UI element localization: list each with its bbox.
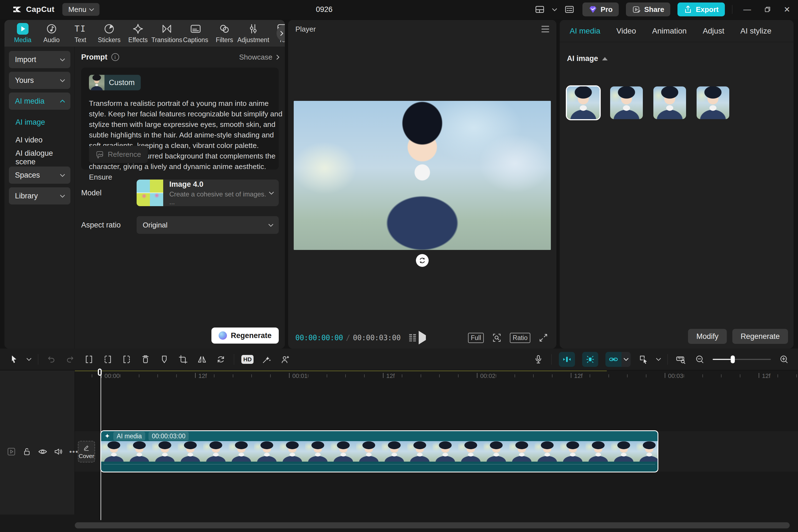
eye-icon[interactable] — [38, 446, 48, 457]
full-quality-button[interactable]: Full — [468, 333, 484, 343]
fullscreen-button[interactable] — [537, 332, 549, 344]
crop-button[interactable] — [177, 354, 189, 365]
result-thumbnail-3[interactable] — [653, 87, 686, 119]
redo-button[interactable] — [64, 354, 76, 365]
cover-button[interactable]: Cover — [78, 441, 95, 462]
project-title: 0926 — [316, 0, 332, 19]
sidebar-item-spaces[interactable]: Spaces — [9, 167, 70, 184]
showcase-link[interactable]: Showcase — [239, 53, 279, 61]
auto-snap-toggle[interactable] — [559, 352, 575, 367]
split-button[interactable] — [83, 354, 95, 365]
menu-button[interactable]: Menu — [62, 3, 99, 16]
delete-button[interactable] — [140, 354, 151, 365]
tab-captions[interactable]: Captions — [181, 23, 210, 44]
panel-notes-icon[interactable] — [564, 4, 575, 15]
preview-axis-toggle[interactable] — [582, 352, 598, 367]
tab-adjustment[interactable]: Adjustment — [239, 23, 268, 44]
result-thumbnail-4[interactable] — [697, 87, 729, 119]
enhance-button[interactable] — [261, 354, 272, 365]
layout-icon[interactable] — [534, 4, 546, 15]
mirror-button[interactable] — [196, 354, 208, 365]
tab-text[interactable]: TI Text — [66, 23, 95, 44]
layout-chevron-icon[interactable] — [552, 6, 557, 11]
lock-icon[interactable] — [22, 447, 32, 456]
maximize-button[interactable] — [763, 5, 772, 14]
delete-right-button[interactable] — [121, 354, 132, 365]
link-options-chevron[interactable] — [622, 352, 631, 367]
generated-results — [567, 87, 729, 119]
mark-button[interactable] — [158, 354, 170, 365]
regenerate-button-right[interactable]: Regenerate — [732, 329, 788, 344]
sidebar-item-ai-media[interactable]: AI media — [9, 93, 70, 110]
link-toggle[interactable] — [605, 352, 631, 367]
select-tool-chevron-icon[interactable] — [26, 356, 31, 361]
rotate-image-button[interactable] — [416, 254, 429, 267]
custom-preset-chip[interactable]: Custom — [89, 75, 141, 90]
playhead[interactable] — [100, 370, 101, 520]
rotate-arrows-icon — [216, 355, 226, 364]
tab-adjust[interactable]: Adjust — [703, 26, 724, 36]
modify-button[interactable]: Modify — [688, 329, 727, 344]
fit-timeline-button[interactable] — [675, 354, 687, 365]
sidebar-item-library[interactable]: Library — [9, 187, 70, 205]
result-thumbnail-1[interactable] — [567, 87, 600, 119]
undo-button[interactable] — [45, 354, 57, 365]
zoom-in-icon — [779, 355, 788, 364]
minimize-button[interactable]: — — [743, 5, 751, 14]
prompt-input-card[interactable]: Custom Transform a realistic portrait of… — [81, 68, 279, 170]
tab-video[interactable]: Video — [616, 26, 636, 36]
tab-stickers[interactable]: Stickers — [95, 23, 124, 44]
export-button[interactable]: Export — [678, 2, 725, 16]
player-menu-icon[interactable] — [542, 26, 549, 33]
play-button[interactable] — [419, 335, 426, 340]
track-more-icon[interactable]: ••• — [69, 448, 78, 456]
ratio-button[interactable]: Ratio — [510, 333, 530, 343]
select-tool-button[interactable] — [8, 354, 20, 365]
sidebar-item-ai-image[interactable]: AI image — [9, 113, 70, 131]
share-button[interactable]: Share — [626, 2, 670, 16]
prompt-text[interactable]: Transform a realistic portrait of a youn… — [89, 98, 283, 182]
fit-zoom-button[interactable] — [491, 332, 502, 344]
slider-knob[interactable] — [731, 356, 735, 363]
tab-audio[interactable]: Audio — [37, 23, 66, 44]
tab-effects[interactable]: Effects — [124, 23, 152, 44]
aspect-ratio-select[interactable]: Original — [137, 216, 279, 234]
tab-animation[interactable]: Animation — [652, 26, 687, 36]
close-button[interactable]: ✕ — [784, 5, 790, 14]
sidebar-item-import[interactable]: Import — [9, 51, 70, 68]
selection-mode-button[interactable] — [638, 354, 649, 365]
zoom-in-button[interactable] — [778, 354, 790, 365]
playhead-handle[interactable] — [98, 368, 102, 376]
tab-transitions[interactable]: Transitions — [152, 23, 181, 44]
timeline-horizontal-scrollbar[interactable] — [75, 522, 790, 528]
tab-media[interactable]: Media — [8, 23, 37, 44]
ai-character-button[interactable] — [280, 354, 291, 365]
result-thumbnail-2[interactable] — [610, 87, 643, 119]
tab-ai-stylize[interactable]: AI stylize — [740, 26, 772, 36]
sidebar-item-ai-dialogue-scene[interactable]: AI dialogue scene — [9, 149, 70, 167]
ai-image-section-header[interactable]: AI image — [567, 54, 794, 63]
model-select[interactable]: Image 4.0 Create a cohesive set of image… — [137, 179, 279, 206]
preview-image[interactable] — [294, 101, 551, 250]
record-voice-button[interactable] — [533, 354, 544, 365]
selection-mode-chevron[interactable] — [656, 356, 661, 361]
hd-button[interactable]: HD — [241, 355, 253, 364]
info-icon[interactable]: i — [111, 53, 119, 61]
timeline-clip-ai-media[interactable]: ✦ AI media 00:00:03:00 — [101, 431, 658, 472]
sidebar-item-yours[interactable]: Yours — [9, 72, 70, 89]
sidebar-item-ai-video[interactable]: AI video — [9, 131, 70, 149]
tab-ai-media[interactable]: AI media — [570, 26, 601, 36]
tab-filters[interactable]: Filters — [210, 23, 239, 44]
zoom-out-button[interactable] — [694, 354, 705, 365]
tab-adjustment-label: Adjustment — [237, 36, 269, 44]
timeline-ruler[interactable]: 00:00 12f 00:01 12f 00:02 12f 00:03 12f — [75, 371, 798, 381]
reference-button[interactable]: Reference — [89, 146, 148, 163]
delete-left-button[interactable] — [102, 354, 114, 365]
frame-view-icon[interactable] — [407, 332, 418, 344]
speaker-icon[interactable] — [54, 447, 63, 456]
track-play-icon[interactable] — [7, 447, 16, 456]
timeline-zoom-slider[interactable] — [712, 354, 771, 365]
pro-button[interactable]: Pro — [583, 2, 619, 16]
replace-button[interactable] — [215, 354, 227, 365]
regenerate-button[interactable]: Regenerate — [211, 327, 279, 344]
